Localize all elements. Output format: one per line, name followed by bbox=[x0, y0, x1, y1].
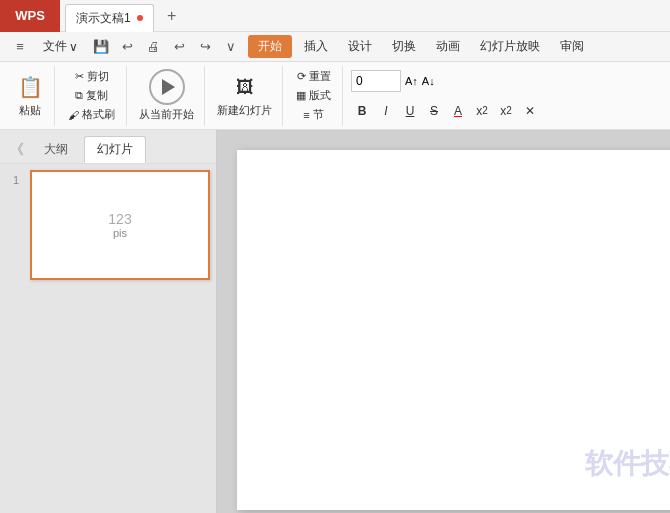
menu-icons: ≡ 文件 ∨ 💾 ↩ 🖨 ↩ ↪ ∨ bbox=[5, 36, 246, 58]
new-tab-button[interactable]: + bbox=[158, 2, 186, 30]
reset-button[interactable]: ⟳ 重置 bbox=[292, 67, 336, 86]
copy-row: ⧉ 复制 bbox=[70, 86, 113, 105]
font-size-decrease-button[interactable]: A↓ bbox=[422, 75, 435, 87]
tab-animation[interactable]: 动画 bbox=[428, 36, 468, 57]
format-btn-row: B I U S A x2 x2 ✕ bbox=[351, 100, 658, 122]
cut-copy-row: ✂ 剪切 bbox=[70, 67, 114, 86]
cut-button[interactable]: ✂ 剪切 bbox=[70, 67, 114, 86]
paste-icon: 📋 bbox=[16, 73, 44, 101]
tab-insert[interactable]: 插入 bbox=[296, 36, 336, 57]
tab-transition[interactable]: 切换 bbox=[384, 36, 424, 57]
format-painter-icon: 🖌 bbox=[68, 109, 79, 121]
tab-slides[interactable]: 幻灯片 bbox=[84, 136, 146, 163]
menu-bar: ≡ 文件 ∨ 💾 ↩ 🖨 ↩ ↪ ∨ 开始 插入 设计 切换 动画 幻灯片放映 … bbox=[0, 32, 670, 62]
tab-review[interactable]: 审阅 bbox=[552, 36, 592, 57]
new-slide-button[interactable]: 🖼 新建幻灯片 bbox=[213, 71, 276, 120]
copy-icon: ⧉ bbox=[75, 89, 83, 102]
slide-preview-sub: pis bbox=[108, 227, 131, 239]
slide-preview-number: 123 bbox=[108, 211, 131, 227]
reset-icon: ⟳ bbox=[297, 70, 306, 83]
layout-button[interactable]: ▦ 版式 bbox=[291, 86, 336, 105]
section-label: 节 bbox=[313, 107, 324, 122]
new-slide-icon: 🖼 bbox=[231, 73, 259, 101]
undo2-icon[interactable]: ↩ bbox=[168, 36, 190, 58]
copy-button[interactable]: ⧉ 复制 bbox=[70, 86, 113, 105]
cut-label: 剪切 bbox=[87, 69, 109, 84]
section-icon: ≡ bbox=[303, 109, 309, 121]
font-size-increase-button[interactable]: A↑ bbox=[405, 75, 418, 87]
format-painter-label: 格式刷 bbox=[82, 107, 115, 122]
slide-panel[interactable]: 1 123 pis bbox=[0, 164, 216, 513]
play-label: 从当前开始 bbox=[139, 107, 194, 122]
clear-format-button[interactable]: ✕ bbox=[519, 100, 541, 122]
ribbon: 📋 粘贴 ✂ 剪切 ⧉ 复制 🖌 格式刷 从当前开始 bbox=[0, 62, 670, 130]
layout-row: ▦ 版式 bbox=[291, 86, 336, 105]
underline-button[interactable]: U bbox=[399, 100, 421, 122]
ribbon-group-new-slide: 🖼 新建幻灯片 bbox=[207, 66, 283, 126]
undo-icon[interactable]: ↩ bbox=[116, 36, 138, 58]
content-area: 软件技巧 bbox=[217, 130, 670, 513]
wps-logo: WPS bbox=[0, 0, 60, 32]
font-size-row: A↑ A↓ bbox=[351, 70, 658, 92]
tab-slideshow[interactable]: 幻灯片放映 bbox=[472, 36, 548, 57]
print-icon[interactable]: 🖨 bbox=[142, 36, 164, 58]
collapse-button[interactable]: 《 bbox=[6, 141, 28, 159]
paste-button[interactable]: 📋 粘贴 bbox=[12, 71, 48, 120]
layout-label: 版式 bbox=[309, 88, 331, 103]
paste-label: 粘贴 bbox=[19, 103, 41, 118]
font-size-input[interactable] bbox=[351, 70, 401, 92]
ribbon-group-layout: ⟳ 重置 ▦ 版式 ≡ 节 bbox=[285, 66, 343, 126]
slide-thumbnail[interactable]: 123 pis bbox=[30, 170, 210, 280]
play-from-current-button[interactable]: 从当前开始 bbox=[135, 67, 198, 124]
reset-row: ⟳ 重置 bbox=[292, 67, 336, 86]
slide-content-preview: 123 pis bbox=[108, 211, 131, 239]
save-icon[interactable]: 💾 bbox=[90, 36, 112, 58]
font-color-button[interactable]: A bbox=[447, 100, 469, 122]
ribbon-group-play: 从当前开始 bbox=[129, 66, 205, 126]
nav-tabs: 开始 插入 设计 切换 动画 幻灯片放映 审阅 bbox=[248, 35, 665, 58]
sidebar: 《 大纲 幻灯片 1 123 pis bbox=[0, 130, 217, 513]
file-menu-chevron: ∨ bbox=[69, 40, 78, 54]
strikethrough-button[interactable]: S bbox=[423, 100, 445, 122]
copy-label: 复制 bbox=[86, 88, 108, 103]
ribbon-group-font: A↑ A↓ B I U S A x2 x2 ✕ bbox=[345, 66, 664, 126]
bold-button[interactable]: B bbox=[351, 100, 373, 122]
tab-bar: 演示文稿1 + bbox=[60, 0, 670, 32]
slide-thumbnail-wrap: 1 123 pis bbox=[6, 170, 210, 280]
superscript-button[interactable]: x2 bbox=[471, 100, 493, 122]
redo-icon[interactable]: ↪ bbox=[194, 36, 216, 58]
italic-button[interactable]: I bbox=[375, 100, 397, 122]
tab-design[interactable]: 设计 bbox=[340, 36, 380, 57]
layout-icon: ▦ bbox=[296, 89, 306, 102]
ribbon-group-clipboard: ✂ 剪切 ⧉ 复制 🖌 格式刷 bbox=[57, 66, 127, 126]
slide-number: 1 bbox=[6, 170, 26, 280]
format-painter-button[interactable]: 🖌 格式刷 bbox=[63, 105, 120, 124]
title-bar: WPS 演示文稿1 + bbox=[0, 0, 670, 32]
format-painter-row: 🖌 格式刷 bbox=[63, 105, 120, 124]
doc-tab-modified-dot bbox=[137, 15, 143, 21]
watermark: 软件技巧 bbox=[585, 445, 670, 483]
sidebar-tabs: 《 大纲 幻灯片 bbox=[0, 130, 216, 164]
section-row: ≡ 节 bbox=[298, 105, 328, 124]
subscript-button[interactable]: x2 bbox=[495, 100, 517, 122]
new-slide-label: 新建幻灯片 bbox=[217, 103, 272, 118]
tab-home[interactable]: 开始 bbox=[248, 35, 292, 58]
doc-tab-label: 演示文稿1 bbox=[76, 10, 131, 27]
section-button[interactable]: ≡ 节 bbox=[298, 105, 328, 124]
main-area: 《 大纲 幻灯片 1 123 pis 软件技巧 bbox=[0, 130, 670, 513]
file-menu-label: 文件 bbox=[43, 38, 67, 55]
ribbon-group-paste: 📋 粘贴 bbox=[6, 66, 55, 126]
cut-icon: ✂ bbox=[75, 70, 84, 83]
doc-tab[interactable]: 演示文稿1 bbox=[65, 4, 154, 32]
more-icon[interactable]: ∨ bbox=[220, 36, 242, 58]
file-menu-item[interactable]: 文件 ∨ bbox=[35, 36, 86, 57]
hamburger-menu-icon[interactable]: ≡ bbox=[9, 36, 31, 58]
reset-label: 重置 bbox=[309, 69, 331, 84]
play-icon bbox=[149, 69, 185, 105]
tab-outline[interactable]: 大纲 bbox=[32, 137, 80, 162]
